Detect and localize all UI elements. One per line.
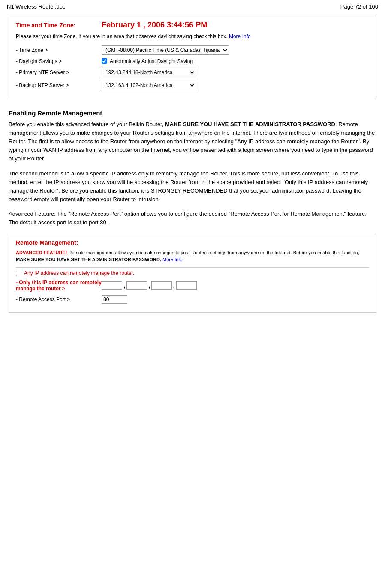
time-zone-label: Time and Time Zone: [16,22,102,29]
remote-more-info-link[interactable]: More Info [162,257,182,262]
only-ip-row: - Only this IP address can remotely mana… [16,280,369,292]
ip-dot-3: , [173,282,175,289]
timezone-control: (GMT-08:00) Pacific Time (US & Canada); … [102,45,229,55]
enabling-section-heading: Enabling Remote Management [9,109,376,117]
any-ip-label: Any IP address can remotely manage the r… [24,270,134,276]
any-ip-checkbox[interactable] [16,271,21,276]
primary-ntp-select[interactable]: 192.43.244.18-North America [102,68,196,77]
daylight-control: Automatically Adjust Daylight Saving [102,58,193,64]
ip-octet-3[interactable] [151,281,172,290]
ip-dot-2: , [148,282,150,289]
ip-input-group: , , , [102,281,197,290]
daylight-checkbox-label: Automatically Adjust Daylight Saving [110,58,193,64]
only-ip-label-text: - Only this IP address can remotely mana… [16,280,102,292]
time-header-row: Time and Time Zone: February 1 , 2006 3:… [16,21,369,30]
any-ip-row: Any IP address can remotely manage the r… [16,270,369,276]
remote-info-text: ADVANCED FEATURE! Remote management allo… [16,250,369,263]
primary-ntp-control: 192.43.244.18-North America [102,68,196,77]
backup-ntp-control: 132.163.4.102-North America [102,81,196,90]
primary-ntp-row: - Primary NTP Server > 192.43.244.18-Nor… [16,68,369,77]
ip-dot-1: , [123,282,126,289]
page-header: N1 Wireless Router.doc Page 72 of 100 [0,0,385,12]
access-port-input[interactable] [102,295,127,304]
enabling-paragraph-3: Advanced Feature: The "Remote Access Por… [9,210,376,227]
timezone-row: - Time Zone > (GMT-08:00) Pacific Time (… [16,45,369,55]
page-info: Page 72 of 100 [340,3,378,10]
time-zone-section: Time and Time Zone: February 1 , 2006 3:… [9,15,376,99]
access-port-label: - Remote Access Port > [16,296,102,302]
daylight-row-label: - Daylight Savings > [16,58,102,64]
remote-info-text-1: Remote management allows you to make cha… [68,250,359,255]
timezone-row-label: - Time Zone > [16,47,102,53]
doc-name: N1 Wireless Router.doc [7,3,66,10]
remote-divider [16,267,369,268]
daylight-row: - Daylight Savings > Automatically Adjus… [16,58,369,64]
backup-ntp-row: - Backup NTP Server > 132.163.4.102-Nort… [16,81,369,90]
timezone-more-info-link[interactable]: More Info [229,33,251,39]
daylight-checkbox-row: Automatically Adjust Daylight Saving [102,58,193,64]
advanced-feature-label: ADVANCED FEATURE! [16,250,67,255]
remote-management-section: Remote Management: ADVANCED FEATURE! Rem… [9,234,376,313]
primary-ntp-label: - Primary NTP Server > [16,69,102,75]
timezone-info-text: Please set your time Zone. If you are in… [16,33,369,40]
backup-ntp-label: - Backup NTP Server > [16,82,102,88]
only-ip-label: - Only this IP address can remotely mana… [16,280,102,292]
access-port-control [102,295,127,304]
timezone-select[interactable]: (GMT-08:00) Pacific Time (US & Canada); … [102,45,229,55]
access-port-row: - Remote Access Port > [16,295,369,304]
backup-ntp-select[interactable]: 132.163.4.102-North America [102,81,196,90]
ip-octet-4[interactable] [176,281,197,290]
current-datetime: February 1 , 2006 3:44:56 PM [102,21,207,30]
remote-management-label: Remote Management: [16,239,369,246]
enabling-paragraph-1: Before you enable this advanced feature … [9,120,376,163]
ip-octet-2[interactable] [126,281,147,290]
make-sure-bold: MAKE SURE YOU HAVE SET THE ADMINISTRATOR… [165,121,335,127]
enabling-paragraph-2: The second method is to allow a specific… [9,169,376,204]
daylight-checkbox[interactable] [102,58,107,64]
main-content: Time and Time Zone: February 1 , 2006 3:… [0,12,385,316]
ip-octet-1[interactable] [102,281,122,290]
remote-bold-warning: MAKE SURE YOU HAVE SET THE ADMINISTRATOR… [16,257,161,262]
